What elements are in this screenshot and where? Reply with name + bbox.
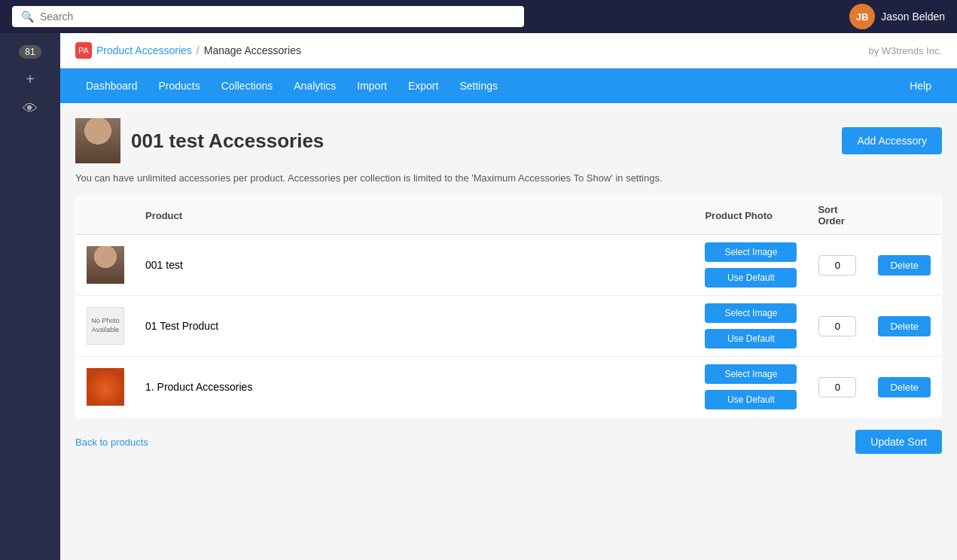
row3-photo-actions: Select Image Use Default bbox=[694, 357, 807, 418]
top-bar: 🔍 JB Jason Belden bbox=[0, 0, 957, 33]
sidebar: 81 + 👁 bbox=[0, 33, 60, 560]
app-icon: PA bbox=[75, 42, 92, 59]
main-content: PA Product Accessories / Manage Accessor… bbox=[60, 33, 957, 560]
page-title-section: 001 test Accessories bbox=[75, 118, 324, 163]
row1-sort-input[interactable] bbox=[818, 255, 856, 275]
page-header: 001 test Accessories Add Accessory bbox=[75, 118, 942, 163]
nav-collections[interactable]: Collections bbox=[211, 68, 283, 103]
nav-analytics[interactable]: Analytics bbox=[283, 68, 346, 103]
page-footer: Back to products Update Sort bbox=[75, 430, 942, 454]
search-container[interactable]: 🔍 bbox=[12, 6, 524, 27]
row2-image: No PhotoAvailable bbox=[87, 307, 124, 345]
col-header-sort: Sort Order bbox=[807, 196, 867, 235]
row3-delete-button[interactable]: Delete bbox=[878, 377, 931, 397]
sidebar-badge: 81 bbox=[19, 45, 41, 59]
nav-settings[interactable]: Settings bbox=[449, 68, 508, 103]
update-sort-button[interactable]: Update Sort bbox=[855, 430, 942, 454]
col-header-thumb bbox=[76, 196, 136, 235]
row2-select-image-button[interactable]: Select Image bbox=[705, 303, 797, 323]
page-title: 001 test Accessories bbox=[131, 129, 324, 153]
breadcrumb-parent-link[interactable]: Product Accessories bbox=[96, 44, 192, 56]
row1-sort bbox=[807, 235, 867, 296]
accessories-table: Product Product Photo Sort Order 001 tes… bbox=[75, 196, 942, 418]
row3-product-name: 1. Product Accessories bbox=[135, 357, 694, 418]
row2-action: Delete bbox=[867, 296, 941, 357]
nav-products[interactable]: Products bbox=[148, 68, 211, 103]
app-header: PA Product Accessories / Manage Accessor… bbox=[60, 33, 957, 68]
nav-help[interactable]: Help bbox=[899, 68, 942, 103]
col-header-product: Product bbox=[135, 196, 694, 235]
nav-dashboard[interactable]: Dashboard bbox=[75, 68, 148, 103]
row1-photo-actions: Select Image Use Default bbox=[694, 235, 807, 296]
row3-use-default-button[interactable]: Use Default bbox=[705, 390, 797, 409]
row1-delete-button[interactable]: Delete bbox=[878, 255, 931, 275]
row2-delete-button[interactable]: Delete bbox=[878, 316, 931, 336]
breadcrumb-current: Manage Accessories bbox=[204, 44, 301, 56]
row1-action: Delete bbox=[867, 235, 941, 296]
row2-sort bbox=[807, 296, 867, 357]
page-content: 001 test Accessories Add Accessory You c… bbox=[60, 103, 957, 469]
row1-use-default-button[interactable]: Use Default bbox=[705, 268, 797, 288]
info-text: You can have unlimited accessories per p… bbox=[75, 172, 942, 184]
view-icon[interactable]: 👁 bbox=[23, 100, 38, 117]
search-input[interactable] bbox=[40, 11, 515, 23]
row2-photo-actions: Select Image Use Default bbox=[694, 296, 807, 357]
table-row: 1. Product Accessories Select Image Use … bbox=[76, 357, 942, 418]
user-info: JB Jason Belden bbox=[849, 4, 945, 29]
nav-bar: Dashboard Products Collections Analytics… bbox=[60, 68, 957, 103]
add-accessory-button[interactable]: Add Accessory bbox=[842, 127, 942, 154]
nav-import[interactable]: Import bbox=[346, 68, 398, 103]
row2-thumb: No PhotoAvailable bbox=[76, 296, 136, 357]
avatar: JB bbox=[849, 4, 875, 29]
row2-sort-input[interactable] bbox=[818, 316, 856, 336]
search-icon: 🔍 bbox=[21, 11, 34, 23]
back-to-products-link[interactable]: Back to products bbox=[75, 437, 148, 448]
col-header-action bbox=[867, 196, 941, 235]
col-header-photo: Product Photo bbox=[694, 196, 807, 235]
row3-thumb bbox=[76, 357, 136, 418]
table-row: No PhotoAvailable 01 Test Product Select… bbox=[76, 296, 942, 357]
row3-image bbox=[87, 368, 124, 406]
row1-product-name: 001 test bbox=[135, 235, 694, 296]
breadcrumb-separator: / bbox=[197, 44, 200, 56]
user-name: Jason Belden bbox=[881, 11, 945, 23]
add-icon[interactable]: + bbox=[26, 71, 35, 88]
nav-export[interactable]: Export bbox=[398, 68, 449, 103]
row2-product-name: 01 Test Product bbox=[135, 296, 694, 357]
row3-select-image-button[interactable]: Select Image bbox=[705, 364, 797, 384]
breadcrumb: PA Product Accessories / Manage Accessor… bbox=[75, 42, 301, 59]
row3-action: Delete bbox=[867, 357, 941, 418]
row3-sort-input[interactable] bbox=[818, 377, 856, 397]
row2-use-default-button[interactable]: Use Default bbox=[705, 329, 797, 348]
table-row: 001 test Select Image Use Default Delete bbox=[76, 235, 942, 296]
header-product-image bbox=[75, 118, 120, 163]
app-by-label: by W3trends Inc. bbox=[868, 45, 942, 56]
row1-image bbox=[87, 246, 124, 284]
row1-thumb bbox=[76, 235, 136, 296]
row3-sort bbox=[807, 357, 867, 418]
row1-select-image-button[interactable]: Select Image bbox=[705, 242, 797, 262]
